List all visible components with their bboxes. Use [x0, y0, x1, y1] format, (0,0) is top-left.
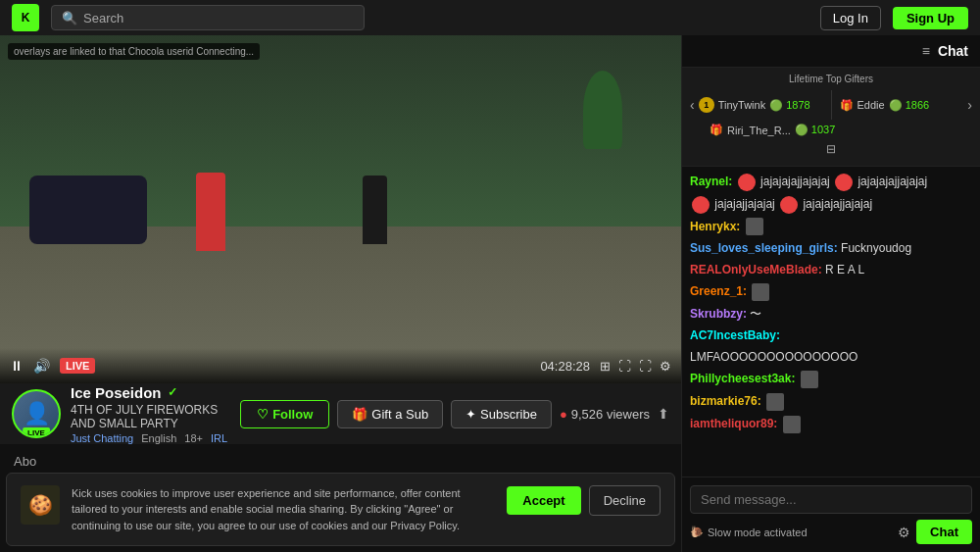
- chat-message-real: REALOnlyUseMeBlade: R E A L: [690, 261, 972, 278]
- chat-header: ≡ Chat: [682, 35, 980, 68]
- msg-emote: [738, 174, 756, 191]
- msg-emote: [752, 283, 769, 301]
- chat-message-cont: jajajajjajajaj jajajajajjajajaj: [690, 195, 972, 214]
- gift-sub-button[interactable]: 🎁 Gift a Sub: [337, 400, 443, 428]
- chat-menu-button[interactable]: ≡: [922, 43, 930, 59]
- irl-tag[interactable]: IRL: [211, 432, 227, 444]
- gifters-separator: ⊟: [690, 136, 972, 160]
- msg-emote: [746, 218, 763, 235]
- site-logo: K: [12, 4, 39, 31]
- pause-button[interactable]: ⏸: [10, 358, 24, 374]
- verified-badge: ✓: [168, 385, 177, 399]
- chat-message-greenz: Greenz_1:: [690, 282, 972, 301]
- gifter-rank-1: 1: [699, 97, 714, 113]
- stream-info-bar: 👤 LIVE Ice Poseidon ✓ 4TH OF JULY FIREWO…: [0, 383, 681, 444]
- connecting-message: overlays are linked to that Chocola user…: [8, 43, 260, 60]
- gifter-name-2: Eddie: [858, 99, 885, 111]
- streamer-name: Ice Poseidon ✓: [71, 384, 230, 401]
- msg-username: Phillycheesest3ak:: [690, 372, 795, 385]
- msg-username: iamtheliquor89:: [690, 417, 777, 430]
- gifters-prev-button[interactable]: ‹: [690, 97, 695, 113]
- gifters-next-button[interactable]: ›: [967, 97, 972, 113]
- decline-button[interactable]: Decline: [589, 485, 661, 516]
- scene-car: [29, 176, 147, 244]
- scene-tree: [583, 71, 622, 149]
- chat-settings-button[interactable]: ⚙: [898, 525, 910, 540]
- chat-message-ac7: AC7IncestBaby:: [690, 326, 972, 344]
- streamer-avatar: 👤 LIVE: [12, 389, 61, 438]
- about-label: Abo: [14, 454, 667, 469]
- stream-actions: ♡ Follow 🎁 Gift a Sub ✦ Subscribe ● 9,52…: [240, 400, 669, 428]
- signup-button[interactable]: Sign Up: [893, 7, 968, 29]
- main-layout: overlays are linked to that Chocola user…: [0, 35, 980, 552]
- language-tag: English: [141, 432, 176, 444]
- gifter-name-1: TinyTwink: [718, 99, 766, 111]
- gifters-divider: [831, 90, 832, 120]
- volume-button[interactable]: 🔊: [33, 358, 50, 374]
- chat-input-area: 🐌 Slow mode activated ⚙ Chat: [682, 477, 980, 552]
- send-chat-button[interactable]: Chat: [916, 520, 972, 544]
- fullscreen-button[interactable]: ⛶: [639, 359, 652, 374]
- chat-message-iamthe: iamtheliquor89:: [690, 415, 972, 433]
- gifters-row-2: 🎁 Riri_The_R... 🟢 1037: [690, 124, 972, 136]
- gift-icon-3: 🎁: [710, 124, 723, 136]
- msg-username: Skrubbzy:: [690, 307, 747, 321]
- msg-username: AC7IncestBaby:: [690, 328, 780, 342]
- login-button[interactable]: Log In: [820, 6, 881, 30]
- gifter-name-3: Riri_The_R...: [727, 125, 791, 136]
- settings-button[interactable]: ⚙: [660, 359, 671, 374]
- heart-icon: ♡: [257, 407, 269, 422]
- crop-button[interactable]: ⛶: [618, 359, 631, 374]
- search-placeholder: Search: [83, 11, 123, 25]
- streamer-info: Ice Poseidon ✓ 4TH OF JULY FIREWORKS AND…: [71, 384, 230, 444]
- msg-emote: [780, 196, 798, 214]
- msg-username: REALOnlyUseMeBlade:: [690, 263, 822, 276]
- cookie-icon: 🍪: [21, 485, 60, 525]
- msg-text: R E A L: [825, 263, 864, 276]
- gifters-title: Lifetime Top Gifters: [690, 74, 972, 84]
- cookie-text: Kick uses cookies to improve user experi…: [72, 485, 495, 534]
- stream-title: 4TH OF JULY FIREWORKS AND SMALL PARTY: [71, 403, 230, 430]
- search-bar[interactable]: 🔍 Search: [51, 5, 365, 30]
- viewers-dot: ●: [560, 407, 567, 422]
- msg-username: Sus_loves_sleeping_girls:: [690, 241, 838, 255]
- msg-text: 〜: [750, 307, 761, 321]
- about-section: Abo 152.3... followers 🍪 Kick uses cooki…: [0, 444, 681, 552]
- chat-message-henrykx: Henrykx:: [690, 218, 972, 236]
- msg-username: Raynel:: [690, 175, 732, 188]
- follow-button[interactable]: ♡ Follow: [240, 400, 329, 428]
- control-icons: ⊞ ⛶ ⛶ ⚙: [600, 359, 671, 374]
- msg-emote: [692, 196, 710, 214]
- gifter-score-2: 🟢 1866: [889, 99, 930, 112]
- chat-title: Chat: [938, 43, 968, 59]
- subscribe-button[interactable]: ✦ Subscribe: [451, 400, 552, 428]
- gifter-score-1: 🟢 1878: [769, 99, 810, 112]
- chat-section: ≡ Chat Lifetime Top Gifters ‹ 1 TinyTwin…: [681, 35, 980, 552]
- share-button[interactable]: ⬆: [658, 406, 669, 422]
- video-background: [0, 35, 681, 383]
- video-player[interactable]: overlays are linked to that Chocola user…: [0, 35, 681, 383]
- msg-text: LMFAOOOOOOOOOOOOOOO: [690, 350, 858, 364]
- top-navigation: K 🔍 Search Log In Sign Up: [0, 0, 980, 35]
- viewers-count: ● 9,526 viewers: [560, 407, 650, 422]
- gifter-2: 🎁 Eddie 🟢 1866: [840, 99, 964, 112]
- chat-message-lmfao: LMFAOOOOOOOOOOOOOOO: [690, 348, 972, 366]
- category-tag[interactable]: Just Chatting: [71, 432, 133, 444]
- chat-message-biz: bizmarkie76:: [690, 392, 972, 411]
- msg-emote: [801, 371, 818, 388]
- quality-button[interactable]: ⊞: [600, 359, 611, 374]
- chat-input[interactable]: [690, 485, 972, 514]
- cookie-actions: Accept Decline: [507, 485, 661, 516]
- msg-emote: [766, 393, 784, 411]
- chat-message-raynel: Raynel: jajajajajjajajaj jajajajajjajaja…: [690, 173, 972, 191]
- msg-emote: [835, 174, 853, 191]
- star-icon: ✦: [466, 407, 476, 422]
- msg-username: Henrykx:: [690, 220, 740, 233]
- search-icon: 🔍: [62, 11, 77, 25]
- gift-icon: 🎁: [352, 407, 368, 422]
- accept-button[interactable]: Accept: [507, 486, 580, 515]
- msg-username: bizmarkie76:: [690, 394, 761, 408]
- slow-mode-icon: 🐌: [690, 526, 704, 538]
- msg-text: jajajajajjajajaj: [760, 175, 833, 188]
- stream-tags: Just Chatting English 18+ IRL: [71, 432, 230, 444]
